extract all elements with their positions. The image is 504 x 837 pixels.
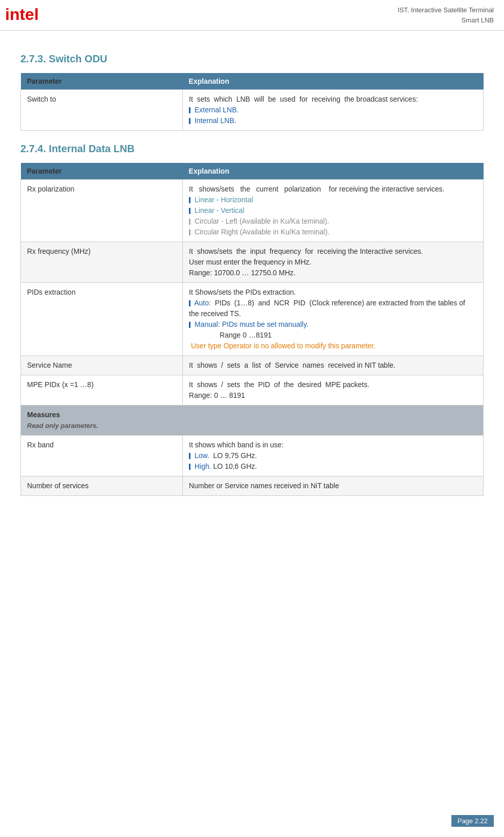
section-title-internal-lnb: 2.7.4. Internal Data LNB <box>20 143 484 155</box>
pipe-icon <box>189 453 190 459</box>
pipe-icon <box>189 208 190 214</box>
explain-mpe-pidx: It shows / sets the PID of the desired M… <box>183 375 484 405</box>
param-switch-to: Switch to <box>21 90 183 131</box>
pipe-icon <box>189 107 190 113</box>
page-header: intel IST. Interactive Satellite Termina… <box>0 0 504 31</box>
param-service-name: Service Name <box>21 356 183 375</box>
page-number: Page 2.22 <box>451 815 494 827</box>
section-title-switch-odu: 2.7.3. Switch ODU <box>20 53 484 65</box>
table-row: MPE PIDx (x =1 …8) It shows / sets the P… <box>21 375 484 405</box>
explain-pids-extraction: It Shows/sets the PIDs extraction. Auto:… <box>183 283 484 356</box>
explain-rx-polarization: It shows/sets the current polarization f… <box>183 180 484 242</box>
switch-odu-table: Parameter Explanation Switch to It sets … <box>20 73 484 131</box>
measures-label: Measures <box>27 411 60 419</box>
pipe-icon <box>189 322 190 328</box>
measures-sublabel: Read only parameters. <box>27 422 98 429</box>
table-row: Rx polarization It shows/sets the curren… <box>21 180 484 242</box>
table-row: Switch to It sets which LNB will be used… <box>21 90 484 131</box>
explain-rx-frequency: It shows/sets the input frequency for re… <box>183 242 484 283</box>
table-row: Number of services Number or Service nam… <box>21 476 484 496</box>
measures-header-cell: Measures Read only parameters. <box>21 405 484 436</box>
logo-accent: i <box>5 5 10 23</box>
pipe-icon <box>189 118 190 124</box>
main-content: 2.7.3. Switch ODU Parameter Explanation … <box>0 31 504 539</box>
explain-number-of-services: Number or Service names received in NiT … <box>183 476 484 496</box>
param-rx-polarization: Rx polarization <box>21 180 183 242</box>
col-header-param-1: Parameter <box>21 73 183 90</box>
table-row: Rx frequency (MHz) It shows/sets the inp… <box>21 242 484 283</box>
pipe-icon <box>189 229 190 235</box>
table-row: PIDs extraction It Shows/sets the PIDs e… <box>21 283 484 356</box>
col-header-param-2: Parameter <box>21 163 183 180</box>
table-row: Service Name It shows / sets a list of S… <box>21 356 484 375</box>
explain-switch-to: It sets which LNB will be used for recei… <box>183 90 484 131</box>
measures-header-row: Measures Read only parameters. <box>21 405 484 436</box>
internal-lnb-table: Parameter Explanation Rx polarization It… <box>20 163 484 496</box>
pipe-icon <box>189 300 190 306</box>
pipe-icon <box>189 219 190 225</box>
param-number-of-services: Number of services <box>21 476 183 496</box>
explain-rx-band: It shows which band is in use: Low. LO 9… <box>183 436 484 476</box>
param-pids-extraction: PIDs extraction <box>21 283 183 356</box>
col-header-explain-1: Explanation <box>183 73 484 90</box>
pipe-icon <box>189 197 190 203</box>
col-header-explain-2: Explanation <box>183 163 484 180</box>
param-rx-frequency: Rx frequency (MHz) <box>21 242 183 283</box>
pipe-icon <box>189 464 190 470</box>
param-rx-band: Rx band <box>21 436 183 476</box>
explain-service-name: It shows / sets a list of Service names … <box>183 356 484 375</box>
logo: intel <box>5 5 39 24</box>
table-row: Rx band It shows which band is in use: L… <box>21 436 484 476</box>
param-mpe-pidx: MPE PIDx (x =1 …8) <box>21 375 183 405</box>
header-title: IST. Interactive Satellite Terminal Smar… <box>398 5 494 25</box>
